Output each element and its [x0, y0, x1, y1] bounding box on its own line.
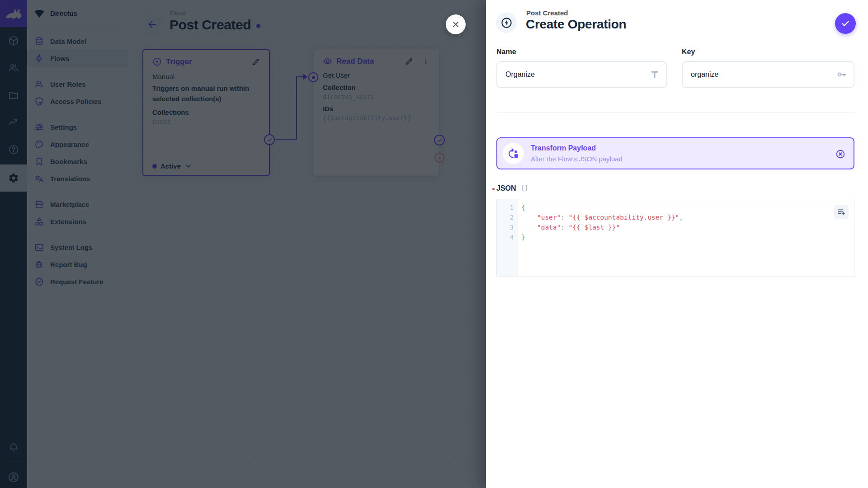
line-number-gutter: 1234 — [497, 199, 518, 277]
code-line: { — [521, 202, 854, 212]
json-field-header: JSON — [496, 184, 529, 192]
title-icon — [649, 69, 660, 80]
name-field-label: Name — [496, 48, 516, 56]
line-number: 4 — [497, 232, 518, 242]
code-line: "user": "{{ $accountability.user }}", — [521, 212, 854, 222]
required-indicator — [492, 188, 495, 190]
code-line: } — [521, 232, 854, 242]
code-braces-icon — [520, 184, 529, 192]
check-icon — [840, 19, 850, 28]
section-divider — [496, 113, 854, 113]
json-code-editor: 1234 { "user": "{{ $accountability.user … — [496, 199, 854, 277]
create-operation-drawer: Post Created Create Operation Name Key — [486, 0, 868, 488]
app: Directus Data ModelFlowsUser RolesAccess… — [0, 0, 868, 488]
drawer-title: Create Operation — [526, 17, 626, 32]
operation-type-title: Transform Payload — [531, 144, 596, 152]
name-field — [496, 61, 667, 88]
operation-type-button[interactable] — [496, 12, 517, 33]
deselect-operation-icon[interactable] — [835, 149, 845, 159]
line-number: 2 — [497, 212, 518, 222]
key-field-label: Key — [682, 48, 695, 56]
operation-type-subtitle: Alter the Flow's JSON payload — [531, 155, 623, 163]
key-field — [682, 61, 854, 88]
drawer-breadcrumb: Post Created — [526, 9, 568, 17]
name-input[interactable] — [497, 70, 649, 79]
transform-icon — [508, 148, 519, 160]
close-icon — [451, 20, 460, 29]
insert-field-button[interactable] — [834, 205, 849, 219]
code-input[interactable]: { "user": "{{ $accountability.user }}", … — [518, 199, 854, 277]
json-field-label: JSON — [496, 184, 516, 192]
drawer-overlay[interactable] — [0, 0, 486, 488]
line-number: 1 — [497, 202, 518, 212]
save-button[interactable] — [835, 13, 856, 34]
key-input[interactable] — [683, 70, 836, 79]
operation-type-banner[interactable]: Transform Payload Alter the Flow's JSON … — [496, 137, 854, 169]
code-line: "data": "{{ $last }}" — [521, 222, 854, 232]
line-number: 3 — [497, 222, 518, 232]
close-drawer-button[interactable] — [446, 14, 466, 34]
bolt-circle-icon — [500, 17, 513, 29]
key-icon — [836, 69, 847, 80]
playlist-add-icon — [837, 207, 846, 216]
